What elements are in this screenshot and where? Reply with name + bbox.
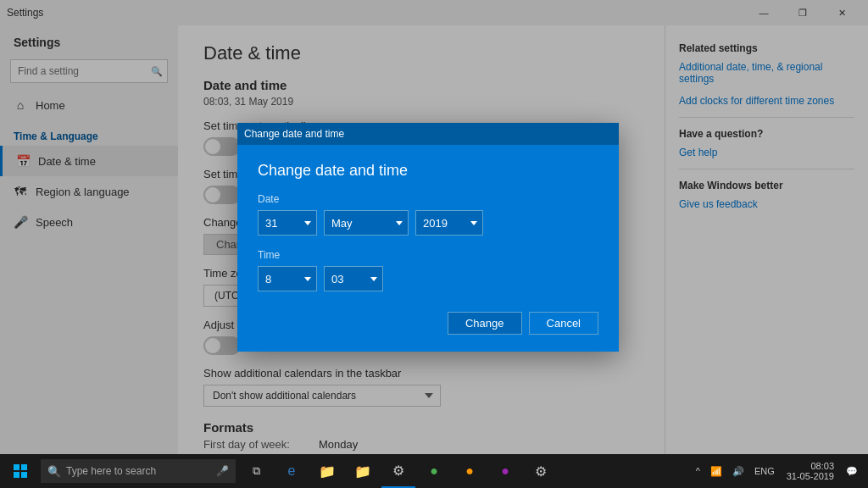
dialog-titlebar: Change date and time — [237, 123, 619, 145]
dialog-change-button[interactable]: Change — [448, 312, 522, 335]
taskbar-explorer-icon[interactable]: 📁 — [310, 454, 344, 488]
taskbar-search-icon: 🔍 — [47, 465, 61, 478]
taskbar-app3-icon[interactable]: ⚙ — [524, 454, 558, 488]
dialog-time-label: Time — [258, 249, 598, 261]
tray-network-icon[interactable]: 📶 — [707, 466, 726, 477]
dialog-year-select[interactable]: 2019 — [415, 210, 483, 236]
taskbar-tray: ^ 📶 🔊 ENG 08:03 31-05-2019 💬 — [686, 461, 868, 481]
tray-time-value: 08:03 — [787, 461, 834, 471]
tray-clock[interactable]: 08:03 31-05-2019 — [782, 461, 839, 481]
dialog-titlebar-text: Change date and time — [244, 128, 344, 140]
tray-notification-icon[interactable]: 💬 — [843, 466, 861, 477]
taskbar-task-view[interactable]: ⧉ — [239, 454, 273, 488]
dialog-body: Change date and time Date 31 May 2019 Ti… — [237, 145, 619, 352]
dialog-month-select[interactable]: May — [324, 210, 409, 236]
dialog-date-row: 31 May 2019 — [258, 210, 598, 236]
dialog-time-row: 8 03 — [258, 266, 598, 291]
taskbar-edge-icon[interactable]: e — [275, 454, 309, 488]
svg-rect-1 — [21, 464, 27, 470]
taskbar-app2-icon[interactable]: ● — [488, 454, 522, 488]
dialog-cancel-button[interactable]: Cancel — [529, 312, 598, 335]
tray-language[interactable]: ENG — [751, 466, 778, 476]
dialog-title: Change date and time — [258, 162, 598, 180]
change-datetime-dialog: Change date and time Change date and tim… — [237, 123, 619, 352]
taskbar-search-input[interactable] — [66, 465, 211, 477]
taskbar-search-bar[interactable]: 🔍 🎤 — [41, 459, 236, 483]
dialog-hour-select[interactable]: 8 — [258, 266, 317, 291]
tray-volume-icon[interactable]: 🔊 — [729, 466, 748, 477]
dialog-date-label: Date — [258, 193, 598, 205]
svg-rect-3 — [21, 472, 27, 478]
microphone-icon: 🎤 — [216, 465, 229, 477]
taskbar: 🔍 🎤 ⧉ e 📁 📁 ⚙ ● ● ● ⚙ ^ 📶 🔊 ENG 08:03 31… — [0, 454, 868, 488]
tray-date-value: 31-05-2019 — [787, 471, 834, 481]
dialog-minute-select[interactable]: 03 — [324, 266, 383, 291]
taskbar-app-icons: ⧉ e 📁 📁 ⚙ ● ● ● ⚙ — [236, 454, 686, 488]
taskbar-chrome-icon[interactable]: ● — [417, 454, 451, 488]
start-button[interactable] — [0, 454, 41, 488]
dialog-footer: Change Cancel — [258, 305, 598, 335]
svg-rect-0 — [14, 464, 19, 470]
taskbar-app1-icon[interactable]: ● — [453, 454, 487, 488]
svg-rect-2 — [14, 472, 19, 478]
taskbar-settings-icon[interactable]: ⚙ — [381, 454, 415, 488]
taskbar-mail-icon[interactable]: 📁 — [346, 454, 380, 488]
windows-logo-icon — [14, 464, 27, 478]
tray-chevron[interactable]: ^ — [693, 466, 704, 476]
dialog-day-select[interactable]: 31 — [258, 210, 317, 236]
